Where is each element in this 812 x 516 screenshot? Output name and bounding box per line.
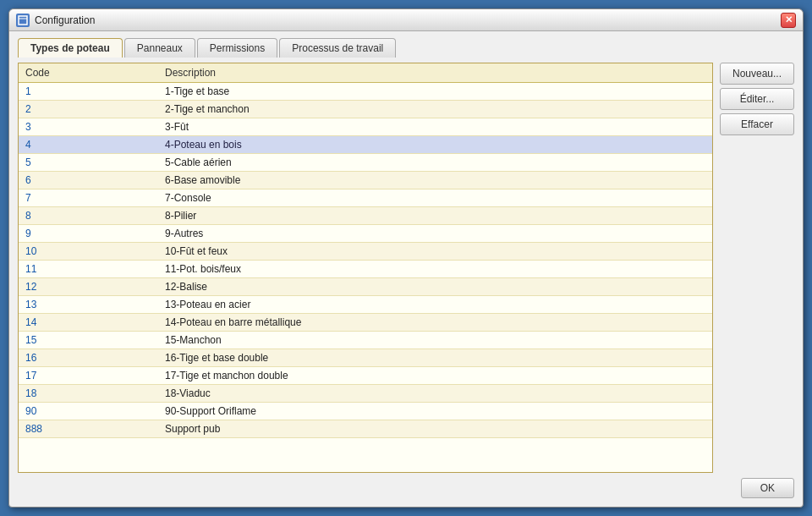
cell-description: 10-Fût et feux: [158, 243, 712, 261]
table-row[interactable]: 1717-Tige et manchon double: [19, 367, 712, 385]
cell-description: 15-Manchon: [158, 332, 712, 349]
tabs-bar: Types de poteau Panneaux Permissions Pro…: [18, 38, 794, 58]
cell-description: 11-Pot. bois/feux: [158, 261, 712, 278]
col-header-description: Description: [158, 63, 712, 83]
nouveau-button[interactable]: Nouveau...: [720, 63, 794, 85]
cell-code: 2: [19, 101, 158, 118]
data-table: Code Description 11-Tige et base22-Tige …: [19, 63, 712, 438]
table-row[interactable]: 11-Tige et base: [19, 83, 712, 101]
cell-description: 1-Tige et base: [158, 83, 712, 101]
cell-code: 1: [19, 83, 158, 101]
data-table-container[interactable]: Code Description 11-Tige et base22-Tige …: [18, 63, 713, 473]
table-row[interactable]: 99-Autres: [19, 225, 712, 243]
cell-description: 4-Poteau en bois: [158, 136, 712, 154]
table-row[interactable]: 44-Poteau en bois: [19, 136, 712, 154]
cell-description: 13-Poteau en acier: [158, 296, 712, 314]
cell-description: 7-Console: [158, 189, 712, 207]
tab-permissions[interactable]: Permissions: [197, 38, 277, 58]
cell-code: 17: [19, 367, 158, 385]
table-row[interactable]: 1010-Fût et feux: [19, 243, 712, 261]
cell-code: 13: [19, 296, 158, 314]
cell-code: 4: [19, 136, 158, 154]
cell-description: 8-Pilier: [158, 207, 712, 225]
cell-description: 14-Poteau en barre métallique: [158, 314, 712, 332]
window-title: Configuration: [35, 14, 781, 26]
cell-description: 9-Autres: [158, 225, 712, 243]
cell-description: 5-Cable aérien: [158, 154, 712, 172]
table-row[interactable]: 88-Pilier: [19, 207, 712, 225]
cell-code: 18: [19, 385, 158, 403]
cell-description: 3-Fût: [158, 118, 712, 136]
table-row[interactable]: 1111-Pot. bois/feux: [19, 261, 712, 278]
window-content: Types de poteau Panneaux Permissions Pro…: [9, 31, 803, 507]
table-row[interactable]: 1515-Manchon: [19, 332, 712, 349]
table-row[interactable]: 1313-Poteau en acier: [19, 296, 712, 314]
title-bar: Configuration ✕: [9, 9, 803, 31]
table-row[interactable]: 1414-Poteau en barre métallique: [19, 314, 712, 332]
main-area: Code Description 11-Tige et base22-Tige …: [18, 63, 794, 473]
table-row[interactable]: 55-Cable aérien: [19, 154, 712, 172]
tab-types[interactable]: Types de poteau: [18, 38, 123, 58]
close-button[interactable]: ✕: [781, 13, 796, 28]
cell-description: 2-Tige et manchon: [158, 101, 712, 118]
table-row[interactable]: 888Support pub: [19, 420, 712, 438]
cell-code: 7: [19, 189, 158, 207]
cell-code: 6: [19, 172, 158, 189]
cell-description: 6-Base amovible: [158, 172, 712, 189]
table-row[interactable]: 1212-Balise: [19, 278, 712, 296]
action-buttons-panel: Nouveau... Éditer... Effacer: [720, 63, 794, 473]
cell-code: 14: [19, 314, 158, 332]
cell-description: 18-Viaduc: [158, 385, 712, 403]
cell-code: 3: [19, 118, 158, 136]
window-icon: [16, 14, 30, 27]
table-row[interactable]: 77-Console: [19, 189, 712, 207]
cell-code: 888: [19, 420, 158, 438]
editer-button[interactable]: Éditer...: [720, 88, 794, 110]
cell-code: 90: [19, 403, 158, 420]
effacer-button[interactable]: Effacer: [720, 113, 794, 135]
cell-description: 12-Balise: [158, 278, 712, 296]
cell-description: 16-Tige et base double: [158, 349, 712, 367]
table-row[interactable]: 22-Tige et manchon: [19, 101, 712, 118]
cell-description: 17-Tige et manchon double: [158, 367, 712, 385]
cell-code: 11: [19, 261, 158, 278]
cell-description: Support pub: [158, 420, 712, 438]
footer: OK: [18, 473, 794, 500]
cell-code: 8: [19, 207, 158, 225]
cell-code: 15: [19, 332, 158, 349]
cell-code: 9: [19, 225, 158, 243]
table-row[interactable]: 1616-Tige et base double: [19, 349, 712, 367]
svg-rect-0: [19, 16, 27, 25]
cell-code: 5: [19, 154, 158, 172]
col-header-code: Code: [19, 63, 158, 83]
tab-processus[interactable]: Processus de travail: [279, 38, 396, 58]
cell-code: 10: [19, 243, 158, 261]
table-row[interactable]: 1818-Viaduc: [19, 385, 712, 403]
table-row[interactable]: 33-Fût: [19, 118, 712, 136]
tab-panneaux[interactable]: Panneaux: [124, 38, 195, 58]
table-row[interactable]: 9090-Support Oriflame: [19, 403, 712, 420]
cell-description: 90-Support Oriflame: [158, 403, 712, 420]
cell-code: 12: [19, 278, 158, 296]
ok-button[interactable]: OK: [741, 478, 794, 498]
table-row[interactable]: 66-Base amovible: [19, 172, 712, 189]
cell-code: 16: [19, 349, 158, 367]
main-window: Configuration ✕ Types de poteau Panneaux…: [8, 8, 804, 508]
